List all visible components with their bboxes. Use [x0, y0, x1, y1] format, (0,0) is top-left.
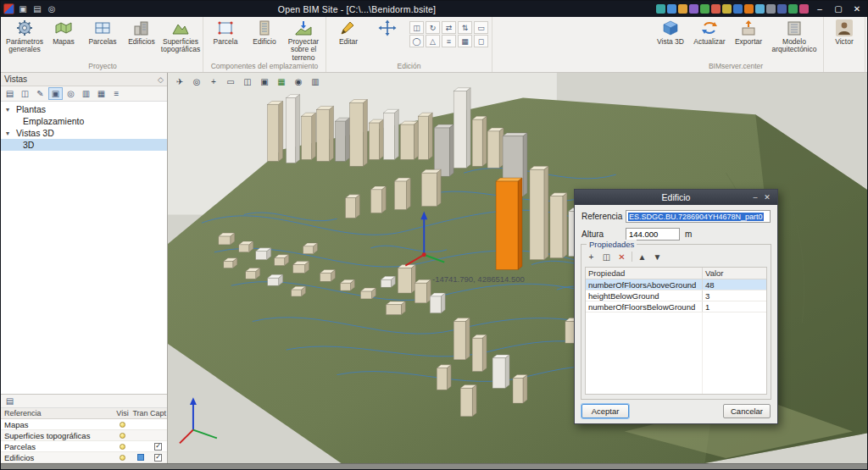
tree-item-emplazamiento[interactable]: Emplazamiento	[1, 115, 167, 127]
visibility-bulb-icon[interactable]	[120, 433, 125, 439]
camera-view-icon[interactable]: ▣	[48, 87, 63, 100]
editar-button[interactable]: Editar	[329, 18, 368, 46]
parcela-button[interactable]: Parcela	[206, 18, 245, 46]
paint-icon[interactable]	[766, 4, 776, 14]
grid-icon[interactable]	[733, 4, 743, 14]
save-icon[interactable]: ▣	[17, 4, 29, 14]
mapas-button[interactable]: Mapas	[44, 18, 83, 46]
chevron-down-icon[interactable]: ▾	[6, 106, 16, 113]
list-icon[interactable]: ▤	[3, 395, 17, 407]
property-row-floors-above[interactable]: numberOfFloorsAboveGround 48	[586, 279, 766, 290]
user-account-button[interactable]: Victor	[826, 18, 862, 46]
altura-input[interactable]	[626, 228, 680, 241]
edificios-button[interactable]: Edificios	[122, 18, 161, 46]
visibility-bulb-icon[interactable]	[120, 444, 125, 450]
rotate-icon[interactable]: ↻	[426, 21, 440, 34]
layer-row-parcelas[interactable]: Parcelas ✓	[1, 441, 167, 452]
group-title: Propiedades	[587, 240, 637, 249]
visibility-bulb-icon[interactable]	[120, 455, 125, 461]
transparency-icon[interactable]	[137, 454, 144, 461]
section-icon[interactable]: ◫	[241, 75, 254, 87]
help-icon[interactable]	[799, 4, 809, 14]
select-icon[interactable]: ◻	[474, 35, 488, 47]
sync-icon[interactable]	[667, 4, 676, 14]
minimize-button[interactable]: –	[812, 4, 827, 14]
print-view-icon[interactable]: ▥	[79, 87, 93, 100]
add-icon[interactable]: +	[586, 252, 597, 262]
mirror-icon[interactable]: ⇄	[442, 21, 456, 34]
orbit-icon[interactable]: ◎	[190, 75, 203, 87]
proyectar-terreno-button[interactable]: Proyectar sobre el terreno	[284, 18, 323, 62]
photo-icon[interactable]	[755, 4, 765, 14]
chevron-down-icon[interactable]: ▾	[6, 130, 16, 137]
layer-row-edificios[interactable]: Edificios ✓	[1, 452, 167, 463]
camera-icon[interactable]: ▣	[258, 75, 271, 87]
tree-item-3d[interactable]: 3D	[1, 139, 167, 151]
chat-icon[interactable]	[788, 4, 798, 14]
layers-icon[interactable]	[689, 4, 698, 14]
pan-icon[interactable]: +	[207, 75, 220, 87]
edit-view-icon[interactable]: ✎	[33, 87, 47, 100]
move-button[interactable]	[368, 18, 407, 37]
layer-name: Superficies topográficas	[1, 431, 114, 440]
dialog-close-button[interactable]: ✕	[761, 193, 773, 202]
cancelar-button[interactable]: Cancelar	[723, 404, 771, 418]
circle-icon[interactable]: ◯	[409, 35, 424, 47]
grid-icon[interactable]: ▦	[458, 35, 472, 47]
visibility-icon[interactable]: ◉	[292, 75, 305, 87]
duplicate-view-icon[interactable]: ◫	[18, 87, 32, 100]
close-button[interactable]: ✕	[849, 4, 865, 14]
rectangle-icon[interactable]: ▭	[474, 21, 488, 34]
zoom-extents-icon[interactable]: ▭	[224, 75, 237, 87]
settings-icon[interactable]: ≡	[109, 87, 124, 100]
dialog-minimize-button[interactable]: –	[749, 193, 761, 202]
tree-item-vistas-3d[interactable]: ▾ Vistas 3D	[1, 127, 167, 139]
walk-mode-icon[interactable]: ✈	[173, 75, 186, 87]
shadows-icon[interactable]: ▥	[309, 75, 322, 87]
home-icon[interactable]	[656, 4, 665, 14]
stretch-icon[interactable]: ⇅	[458, 21, 472, 34]
polyline-icon[interactable]: △	[426, 35, 440, 47]
layers-icon[interactable]: ▦	[94, 87, 108, 100]
align-icon[interactable]: ≡	[442, 35, 456, 47]
parametros-generales-button[interactable]: Parámetros generales	[5, 18, 44, 54]
copy-icon[interactable]: ◫	[409, 21, 424, 34]
snapshot-icon[interactable]: ◎	[64, 87, 78, 100]
property-name: numberOfFloorsBelowGround	[586, 301, 703, 312]
layer-row-superficies[interactable]: Superficies topográficas	[1, 430, 167, 441]
dialog-titlebar[interactable]: Edificio – ✕	[575, 190, 777, 205]
capture-checkbox[interactable]: ✓	[154, 443, 162, 451]
vista-3d-button[interactable]: Vista 3D	[651, 18, 690, 46]
print-icon[interactable]: ▤	[31, 4, 43, 14]
exportar-button[interactable]: Exportar	[729, 18, 768, 46]
referencia-input[interactable]: ES.SDGC.BU.7286904YH4678N_part0	[626, 210, 771, 223]
mail-icon[interactable]	[711, 4, 721, 14]
pin-icon[interactable]: ◇	[158, 75, 164, 84]
layer-row-mapas[interactable]: Mapas	[1, 419, 167, 430]
copy-icon[interactable]: ◫	[601, 252, 612, 262]
modelo-arquitectonico-button[interactable]: Modelo arquitectónico	[768, 18, 821, 54]
capture-checkbox[interactable]: ✓	[154, 454, 162, 462]
edificio-button[interactable]: Edificio	[245, 18, 284, 46]
export-icon	[739, 19, 758, 37]
doc-icon[interactable]	[744, 4, 754, 14]
aceptar-button[interactable]: Aceptar	[581, 404, 629, 418]
actualizar-button[interactable]: Actualizar	[690, 18, 729, 46]
maximize-button[interactable]: ▢	[831, 4, 846, 14]
property-row-floors-below[interactable]: numberOfFloorsBelowGround 1	[586, 301, 766, 312]
move-down-icon[interactable]: ▼	[652, 252, 663, 262]
chart-icon[interactable]	[700, 4, 709, 14]
delete-icon[interactable]: ✕	[616, 252, 627, 262]
parcelas-button[interactable]: Parcelas	[83, 18, 122, 46]
export-sheet-icon[interactable]: ▦	[275, 75, 288, 87]
tree-item-plantas[interactable]: ▾ Plantas	[1, 103, 167, 115]
new-view-icon[interactable]: ▤	[3, 87, 17, 100]
visibility-bulb-icon[interactable]	[120, 422, 125, 428]
flag-icon[interactable]	[722, 4, 732, 14]
search-icon[interactable]: ◎	[46, 4, 58, 14]
move-up-icon[interactable]: ▲	[637, 252, 648, 262]
superficies-topograficas-button[interactable]: Superficies topográficas	[161, 18, 200, 54]
globe-icon[interactable]	[777, 4, 787, 14]
property-row-height-below[interactable]: heightBelowGround 3	[586, 290, 766, 301]
cloud-icon[interactable]	[678, 4, 687, 14]
